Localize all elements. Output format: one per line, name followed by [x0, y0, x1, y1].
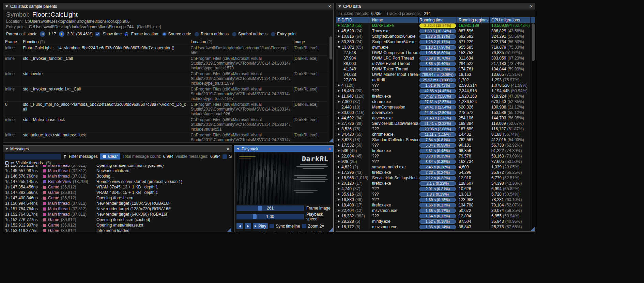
previous-frame-button[interactable]: [236, 223, 243, 229]
expand-icon[interactable]: [338, 40, 340, 43]
message-row[interactable]: 1s 152,776,777nsGame(36,912)Opening /for…: [3, 217, 231, 222]
cpu-row[interactable]: 30,380(24)ScriptedSandbox64.exe1:28.2 (9…: [336, 39, 535, 45]
col-function[interactable]: Function (?): [21, 39, 189, 45]
cpu-scrollbar[interactable]: [532, 23, 535, 230]
expand-icon[interactable]: [338, 220, 340, 223]
cpu-row[interactable]: 11,648(120)firefox.exe34.27 s (3.56%)1,9…: [336, 94, 535, 99]
expand-icon[interactable]: [338, 128, 340, 130]
cpu-row[interactable]: 2,448(18)MemCompression24.41 s (2.54%)62…: [336, 104, 535, 110]
cpu-row[interactable]: 13,072(65)dwm.exe1:16.1 (7.90%)955,58571…: [336, 45, 535, 50]
filter-input[interactable]: [5, 154, 61, 160]
scrollbar-thumb[interactable]: [329, 36, 332, 60]
clear-button[interactable]: Clear: [100, 153, 121, 160]
frame-location-radio[interactable]: Symbol address: [232, 32, 267, 36]
cpu-row[interactable]: 38,000uDWM Event Thread3.86 s (0.40%)294…: [336, 61, 535, 66]
close-icon[interactable]: ×: [328, 4, 331, 9]
callstack-row[interactable]: inlinestd::invokeC:\Program Files (x86)\…: [3, 71, 328, 86]
expand-icon[interactable]: [338, 215, 340, 217]
message-row[interactable]: 1s 120,335,212nsMain thread(37,812)Openi…: [3, 165, 231, 168]
callstack-row[interactable]: inlinestd::_Mutex_base::lockC:\Program F…: [3, 117, 328, 132]
cpu-row[interactable]: 34,420(65)chrome.exe11.11 s (1.15%)14,43…: [336, 132, 535, 137]
expand-icon[interactable]: [338, 209, 340, 212]
cpu-row[interactable]: 41,348DWM Token Thread1.21 s (0.13%)174,…: [336, 66, 535, 72]
cpu-row[interactable]: 37,840(55)DarkRL.exe2:32.4 (15.84%)16,93…: [336, 23, 535, 28]
playback-titlebar[interactable]: Playback ×: [234, 146, 333, 152]
expand-icon[interactable]: [338, 100, 340, 103]
resize-grip[interactable]: [329, 228, 333, 232]
cpu-row[interactable]: 8,628(18)StandardCollector.Service.e7.84…: [336, 137, 535, 143]
cpu-row[interactable]: 18,460(20)???42.85 s (4.45%)2,344,9151,1…: [336, 88, 535, 94]
expand-icon[interactable]: [338, 226, 340, 228]
cpu-row[interactable]: 3,536(75)???20.05 s (2.08%)187,689116,12…: [336, 126, 535, 132]
col-running-time[interactable]: Running time: [419, 17, 457, 23]
next-callstack-button[interactable]: [59, 31, 64, 37]
expand-icon[interactable]: [338, 182, 340, 185]
collapse-icon[interactable]: [338, 5, 341, 7]
threads-select-icon[interactable]: [5, 161, 9, 165]
message-row[interactable]: 1s 153,116,377nsGame(36,912)Intro menu l…: [3, 228, 231, 232]
callstack-row[interactable]: inlineFloor::CalcLight::__l4::<lambda_5b…: [3, 45, 328, 56]
cpu-row[interactable]: 7,300(37)steam.exe27.61 s (2.87%)1,286,5…: [336, 99, 535, 104]
cpu-row[interactable]: 27,736(88)ServiceHub.DataWarehouse21.41 …: [336, 121, 535, 126]
expand-icon[interactable]: [338, 133, 340, 136]
cpu-row[interactable]: 34,028DWM Master Input Thread799.64 ms (…: [336, 72, 535, 77]
cpu-row[interactable]: 22,804(45)???3.78 s (0.39%)79,57858,163(…: [336, 153, 535, 159]
cpu-row[interactable]: 37,904DWM LPC Port Thread6.69 s (0.70%)3…: [336, 55, 535, 61]
expand-icon[interactable]: [338, 204, 340, 206]
cpu-row[interactable]: 30,060(116)devenv.exe24.01 s (2.50%)278,…: [336, 110, 535, 115]
cpu-row[interactable]: 35,916(26)???1.8 s (0.19%)13,3136,728(50…: [336, 192, 535, 197]
cpu-row[interactable]: 536(49)firefox.exe4.61 s (0.48%)68,85651…: [336, 148, 535, 153]
close-icon[interactable]: ×: [530, 4, 533, 9]
expand-icon[interactable]: [338, 30, 340, 32]
frame-location-radio[interactable]: Entry point: [271, 32, 296, 36]
expand-icon[interactable]: [338, 144, 340, 147]
expand-icon[interactable]: [338, 138, 340, 141]
expand-icon[interactable]: [338, 122, 340, 125]
message-row[interactable]: 1s 146,576,766nsMain thread(37,812)Booti…: [3, 173, 231, 179]
messages-titlebar[interactable]: Messages ×: [3, 146, 232, 152]
prev-callstack-button[interactable]: [40, 31, 45, 37]
expand-icon[interactable]: [338, 155, 340, 157]
expand-icon[interactable]: [338, 166, 340, 168]
resize-grip[interactable]: [227, 228, 231, 232]
collapse-icon[interactable]: [5, 148, 8, 150]
show-callstacks-checkbox[interactable]: [223, 154, 227, 159]
expand-icon[interactable]: [338, 84, 340, 87]
expand-icon[interactable]: [338, 24, 340, 27]
expand-icon[interactable]: [338, 89, 340, 92]
message-row[interactable]: 1s 151,754,784nsMain thread(37,812)New r…: [3, 206, 231, 212]
col-image[interactable]: Image: [292, 39, 328, 45]
col-location[interactable]: Location (?): [189, 39, 292, 45]
expand-icon[interactable]: [338, 198, 340, 201]
scrollbar-thumb[interactable]: [532, 23, 535, 61]
radio-icon[interactable]: [162, 32, 167, 36]
col-frame[interactable]: Frame: [3, 39, 21, 45]
radio-icon[interactable]: [271, 32, 275, 36]
collapse-icon[interactable]: [5, 5, 8, 7]
cpu-row[interactable]: 27,800ntdll.dll25.93 ms (0.00%)1,7021,29…: [336, 77, 535, 83]
next-frame-button[interactable]: [245, 223, 251, 229]
shuffle-icon[interactable]: ⇄: [11, 161, 14, 165]
expand-icon[interactable]: [338, 117, 340, 119]
cpu-row[interactable]: 17,532(56)???5.34 s (0.55%)90,18156,738(…: [336, 143, 535, 148]
resize-grip[interactable]: [329, 138, 333, 142]
cpu-row[interactable]: 4,740(37)???2.01 s (0.21%)10,6266,994(65…: [336, 186, 535, 192]
expand-icon[interactable]: [338, 177, 340, 179]
frame-location-radio[interactable]: Return address: [195, 32, 229, 36]
message-row[interactable]: 1s 152,764,817nsMain thread(37,812)New r…: [3, 212, 231, 217]
cpu-row[interactable]: 10,816(64)ScriptedSandbox64.exe1:28.5 (9…: [336, 34, 535, 39]
collapse-icon[interactable]: [338, 46, 340, 48]
expand-icon[interactable]: [338, 160, 340, 163]
expand-icon[interactable]: [338, 95, 340, 98]
callstack-row[interactable]: inlinestd::unique_lock<std::mutex>::lock…: [3, 132, 328, 143]
expand-icon[interactable]: [338, 171, 340, 174]
col-cpu-migrations[interactable]: CPU migrations: [490, 17, 531, 23]
expand-icon[interactable]: [338, 149, 340, 152]
callstack-scrollbar[interactable]: [329, 36, 332, 141]
sync-timeline-checkbox[interactable]: [270, 224, 274, 228]
message-row[interactable]: 1s 152,912,997nsGame(36,912)Opening /met…: [3, 222, 231, 228]
cpu-row[interactable]: 44,692(84)devenv.exe21.43 s (2.23%)254,1…: [336, 115, 535, 121]
callstack-row[interactable]: inlinestd::_Invoker_ret<void,1>::_CallC:…: [3, 86, 328, 102]
cpu-row[interactable]: 18,968(1,018)ServiceHub.SettingsHost.ex2…: [336, 175, 535, 181]
col-pid-tid[interactable]: PID/TID: [336, 17, 370, 23]
